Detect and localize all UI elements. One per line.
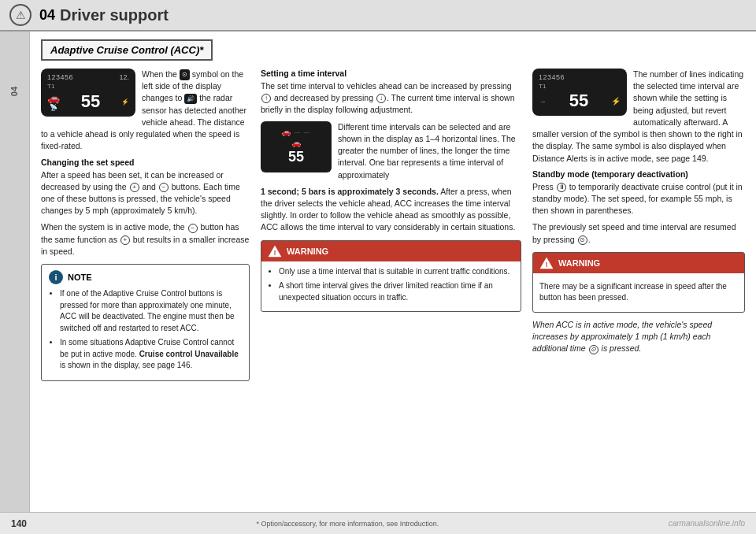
warning-triangle-icon-1: ! — [268, 244, 282, 258]
section-title: Adaptive Cruise Control (ACC)* — [41, 39, 213, 61]
warning-box-2: ! WARNING There may be a significant inc… — [532, 252, 745, 313]
note-header: i NOTE — [49, 270, 242, 284]
warning-list-1: Only use a time interval that is suitabl… — [268, 266, 514, 304]
right-column: 123456 T1 → 55 ⚡ The number of lines ind… — [532, 69, 745, 502]
minus-btn-2: − — [188, 224, 198, 233]
standby-title: Standby mode (temporary deactivation) — [532, 169, 745, 179]
cluster-car: 🚗 — [47, 92, 60, 104]
svg-text:!: ! — [546, 261, 548, 269]
warning-item-2: A short time interval gives the driver l… — [279, 280, 514, 303]
warning-triangle-icon-2: ! — [539, 256, 554, 270]
increase-btn: ↑ — [261, 94, 271, 103]
decrease-btn: ↓ — [376, 94, 386, 103]
main-content: 04 Adaptive Cruise Control (ACC)* 123456… — [0, 32, 756, 512]
three-columns: 123456 12. T1 🚗 📡 55 ⚡ — [41, 69, 745, 502]
svg-text:!: ! — [274, 249, 276, 257]
left-column: 123456 12. T1 🚗 📡 55 ⚡ — [41, 69, 250, 502]
middle-column: Setting a time interval The set time int… — [261, 69, 521, 502]
standby-btn: ⏸ — [557, 183, 566, 192]
warning-label-1: WARNING — [287, 247, 328, 256]
page-body: Adaptive Cruise Control (ACC)* 123456 12… — [30, 32, 756, 512]
resume-para: The previously set speed and time interv… — [532, 221, 745, 245]
cluster-numbers: 123456 — [47, 73, 73, 81]
cluster-area: 123456 12. T1 🚗 📡 55 ⚡ — [41, 69, 250, 158]
display-cluster-2: 123456 T1 → 55 ⚡ — [532, 69, 627, 116]
minus-btn: − — [159, 183, 169, 192]
cluster-radar: 📡 — [50, 104, 57, 111]
front-car-icon: 🚗 — [281, 128, 291, 136]
page-number: 140 — [11, 518, 27, 529]
note-label: NOTE — [68, 273, 92, 282]
interval-display: 🚗 — — 🚗 55 — [261, 121, 332, 172]
acc-btn: ⊙ — [589, 345, 598, 354]
right-cluster-arrow: → — [539, 97, 547, 106]
acc-speed-para: When ACC is in active mode, the vehicle'… — [532, 319, 745, 355]
resume-btn: ⊙ — [578, 235, 587, 245]
gap-lines: — — — [294, 128, 310, 135]
rear-car-icon: 🚗 — [291, 139, 301, 147]
page-footer: 140 * Option/accessory, for more informa… — [0, 512, 756, 534]
chapter-title: Driver support — [60, 6, 169, 24]
warning-box-1: ! WARNING Only use a time interval that … — [261, 240, 521, 313]
sidebar-label: 04 — [10, 87, 20, 96]
cluster-time: 12. — [119, 73, 129, 81]
warning-item-1: Only use a time interval that is suitabl… — [279, 266, 514, 278]
note-info-icon: i — [49, 270, 63, 284]
footer-footnote: * Option/accessory, for more information… — [256, 520, 439, 528]
right-cluster-flag: ⚡ — [611, 97, 621, 106]
page-header: ⚠ 04 Driver support — [0, 0, 756, 32]
note-item-1: If one of the Adaptive Cruise Control bu… — [60, 288, 242, 334]
radar-icon: 🔊 — [184, 94, 197, 105]
cluster-speed: 55 — [81, 91, 100, 112]
interval-display-area: 🚗 — — 🚗 55 Different time intervals can … — [261, 121, 521, 186]
plus-btn: + — [130, 183, 139, 192]
cluster-t1: T1 — [47, 83, 129, 90]
changing-speed-text2: When the system is in active mode, the −… — [41, 221, 250, 258]
footer-watermark: carmanualsonline.info — [669, 519, 745, 528]
warning-text-2: There may be a significant increase in s… — [539, 278, 738, 307]
plus-btn-2: + — [120, 235, 130, 245]
interval-text-2: 1 second; 5 bars is approximately 3 seco… — [261, 186, 521, 234]
setting-interval-title: Setting a time interval — [261, 69, 521, 78]
setting-interval-para: The set time interval to vehicles ahead … — [261, 80, 521, 117]
left-sidebar: 04 — [0, 32, 30, 512]
changing-speed-title: Changing the set speed — [41, 158, 250, 167]
note-item-2: In some situations Adaptive Cruise Contr… — [60, 337, 242, 372]
symbol-icon: ⊙ — [180, 69, 190, 80]
right-cluster-t1: T1 — [539, 83, 621, 90]
display-cluster-1: 123456 12. T1 🚗 📡 55 ⚡ — [41, 69, 135, 117]
right-cluster-area: 123456 T1 → 55 ⚡ The number of lines ind… — [532, 69, 745, 169]
chapter-number: 04 — [39, 7, 55, 24]
note-list: If one of the Adaptive Cruise Control bu… — [49, 288, 242, 372]
warning-icon: ⚠ — [9, 4, 32, 26]
changing-speed-text: After a speed has been set, it can be in… — [41, 169, 250, 217]
warning-header-2: ! WARNING — [533, 253, 744, 273]
warning-header-1: ! WARNING — [261, 241, 521, 261]
right-cluster-speed: 55 — [569, 91, 588, 111]
warning-label-2: WARNING — [558, 258, 600, 268]
standby-para: Press ⏸ to temporarily deactivate cruise… — [532, 181, 745, 217]
interval-speed: 55 — [288, 149, 304, 165]
note-box: i NOTE If one of the Adaptive Cruise Con… — [41, 264, 250, 381]
right-cluster-numbers: 123456 — [539, 73, 565, 81]
